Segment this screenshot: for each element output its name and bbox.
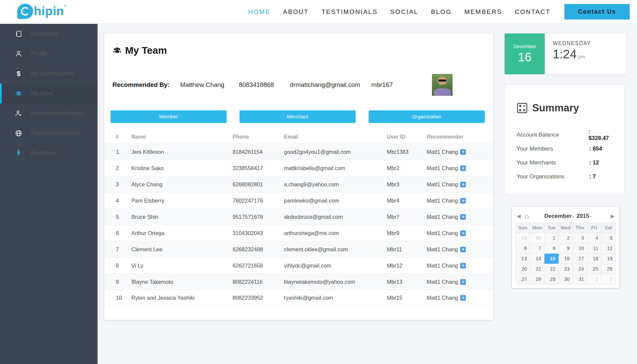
- table-header-row: #NamePhoneEmailUser IDRecommender: [104, 130, 493, 144]
- date-card-date-block: December 16: [505, 33, 545, 74]
- member-recommender: Matt1 Chang+: [427, 230, 485, 236]
- calendar-day[interactable]: 9: [559, 243, 573, 254]
- sidebar-item-recommond-friends[interactable]: Recommond Friends: [0, 103, 98, 123]
- calendar-day[interactable]: 7: [530, 243, 544, 254]
- recommender-name-text: Matt1 Chang: [427, 295, 458, 301]
- member-user-id: Mbr3: [387, 181, 427, 188]
- nav-link-social[interactable]: SOCIAL: [390, 8, 418, 16]
- time-meridiem: pm: [578, 54, 585, 59]
- contact-us-button[interactable]: Contact Us: [564, 4, 630, 20]
- plus-icon[interactable]: +: [460, 263, 466, 269]
- member-name: Pam Elsberry: [131, 198, 233, 204]
- calendar-day[interactable]: 3: [573, 233, 587, 243]
- calendar-day[interactable]: 8: [544, 243, 559, 254]
- user-icon: [15, 50, 22, 58]
- calendar-day[interactable]: 25: [587, 264, 602, 274]
- calendar-day-selected[interactable]: 15: [544, 254, 559, 264]
- nav-link-blog[interactable]: BLOG: [431, 8, 452, 16]
- calendar-day[interactable]: 2: [602, 274, 616, 284]
- tab-member[interactable]: Member: [110, 110, 227, 123]
- calendar-day[interactable]: 20: [516, 264, 530, 274]
- calendar-day[interactable]: 17: [573, 254, 587, 264]
- calendar-day[interactable]: 22: [544, 264, 559, 274]
- sidebar-item-replicated-website[interactable]: Replicated Website: [0, 123, 98, 143]
- sidebar-item-dashboard[interactable]: Dashboard: [0, 24, 98, 44]
- calendar-day[interactable]: 29: [516, 233, 530, 243]
- calendar-day[interactable]: 18: [587, 254, 602, 264]
- plus-icon[interactable]: +: [460, 214, 466, 220]
- calendar-day[interactable]: 1: [587, 274, 602, 284]
- calendar-day[interactable]: 11: [587, 243, 602, 254]
- calendar-day[interactable]: 30: [559, 274, 573, 284]
- plus-icon[interactable]: +: [460, 295, 466, 301]
- app-logo[interactable]: hipin °: [17, 4, 66, 19]
- calendar-day[interactable]: 4: [587, 233, 602, 243]
- nav-link-about[interactable]: ABOUT: [283, 8, 309, 16]
- calendar-day[interactable]: 29: [544, 274, 559, 284]
- member-recommender: Matt1 Chang+: [427, 279, 485, 285]
- calendar-day[interactable]: 26: [602, 264, 616, 274]
- tab-organization[interactable]: Organization: [369, 110, 485, 123]
- table-row: 3Alyce Chang6268082801a.chang9@yahoo.com…: [104, 176, 493, 192]
- plus-icon[interactable]: +: [460, 230, 466, 236]
- year-dropdown-caret-icon[interactable]: ▾: [590, 215, 592, 218]
- nav-link-contact[interactable]: CONTACT: [515, 8, 550, 16]
- plus-icon[interactable]: +: [460, 247, 466, 252]
- calendar-prev-icon[interactable]: ◀: [516, 213, 522, 219]
- sidebar-item-bluechip[interactable]: BlueChip+: [0, 143, 98, 163]
- tab-merchant[interactable]: Merchant: [240, 110, 356, 123]
- calendar-day[interactable]: 13: [516, 254, 530, 264]
- member-name: Vi Ly: [131, 263, 233, 269]
- calendar-day[interactable]: 12: [602, 243, 616, 254]
- nav-link-testimonials[interactable]: TESTIMONIALS: [321, 8, 378, 16]
- calendar-year[interactable]: 2015: [577, 213, 589, 219]
- calendar-day[interactable]: 24: [573, 264, 587, 274]
- calendar-day[interactable]: 21: [530, 264, 544, 274]
- plus-icon[interactable]: +: [460, 165, 466, 171]
- member-phone: 6268082801: [233, 181, 284, 188]
- calendar-day-name: Sat: [602, 223, 616, 233]
- summary-title-row: Summary: [505, 85, 624, 114]
- member-recommender: Matt1 Chang+: [427, 263, 485, 269]
- plus-icon[interactable]: +: [460, 279, 466, 285]
- calendar-week-row: 13141516171819: [516, 254, 616, 264]
- calendar-day-name: Tue: [544, 223, 559, 233]
- calendar-day[interactable]: 10: [573, 243, 587, 254]
- calendar-home-icon[interactable]: ⌂: [525, 212, 529, 220]
- sidebar-item-my-team[interactable]: My Team: [0, 84, 98, 103]
- month-dropdown-caret-icon[interactable]: ▾: [572, 215, 574, 218]
- globe-icon: [15, 129, 22, 137]
- calendar-day[interactable]: 27: [516, 274, 530, 284]
- calendar-day[interactable]: 23: [559, 264, 573, 274]
- calendar-day[interactable]: 30: [530, 233, 544, 243]
- calendar-day[interactable]: 31: [573, 274, 587, 284]
- sidebar: DashboardProfile$My CommissionsMy TeamRe…: [0, 24, 98, 364]
- sidebar-item-my-commissions[interactable]: $My Commissions: [0, 64, 98, 84]
- calendar-month[interactable]: December: [544, 213, 572, 219]
- calendar-day[interactable]: 1: [544, 233, 559, 243]
- calendar-day[interactable]: 5: [602, 233, 616, 243]
- calendar-day[interactable]: 16: [559, 254, 573, 264]
- table-body: 1Jeni Kittleson8184261154good2go4you1@gm…: [104, 144, 493, 306]
- member-recommender: Matt1 Chang+: [427, 198, 485, 204]
- calendar-day-name: Thu: [573, 223, 587, 233]
- summary-item-your-members: Your Members: 654: [505, 142, 624, 156]
- nav-link-members[interactable]: MEMBERS: [464, 8, 502, 16]
- member-phone: 3104302043: [233, 230, 284, 236]
- nav-link-home[interactable]: HOME: [248, 8, 270, 16]
- calendar-day[interactable]: 19: [602, 254, 616, 264]
- date-card-weekday: WEDNESDAY: [553, 40, 591, 46]
- sidebar-item-profile[interactable]: Profile: [0, 44, 98, 64]
- calendar-day[interactable]: 2: [559, 233, 573, 243]
- calendar-day[interactable]: 28: [530, 274, 544, 284]
- plus-icon[interactable]: +: [460, 149, 466, 155]
- plus-icon[interactable]: +: [460, 198, 466, 204]
- calendar-next-icon[interactable]: ▶: [609, 213, 616, 219]
- member-phone: 8184261154: [233, 149, 284, 155]
- summary-item-your-merchants: Your Merchants: 12: [505, 156, 624, 170]
- calendar-day[interactable]: 14: [530, 254, 544, 264]
- team-type-tabs: MemberMerchantOrganization: [104, 110, 493, 123]
- plus-icon[interactable]: +: [460, 182, 466, 187]
- calendar-day[interactable]: 6: [516, 243, 530, 254]
- journal-icon: [15, 30, 22, 38]
